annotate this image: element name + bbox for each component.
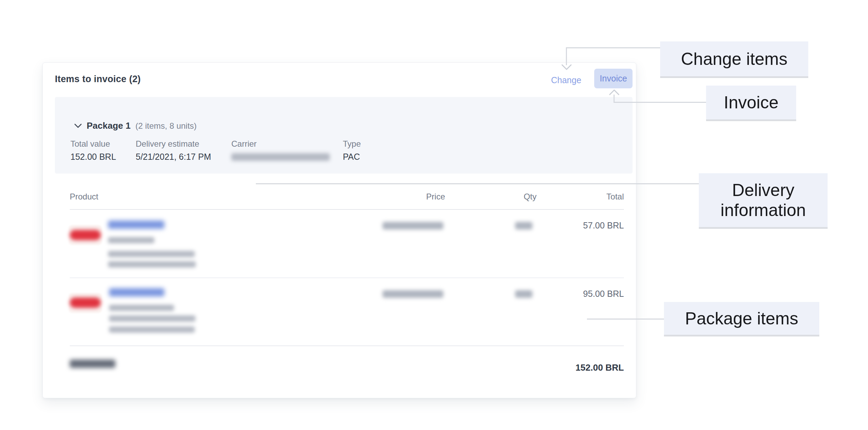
product-name-link-redacted[interactable] [109,288,164,296]
annotation-text: information [721,200,806,220]
product-detail-redacted [109,315,195,322]
row-divider [70,277,624,278]
package-summary: (2 items, 8 units) [135,121,196,131]
footer-total: 152.00 BRL [576,362,624,373]
annotation-change-items: Change items [660,41,808,78]
product-image-redacted [69,225,102,245]
product-detail-redacted [108,261,196,267]
package-connector-line [587,319,664,320]
field-label: Type [343,139,361,149]
column-header-product: Product [70,192,98,202]
chevron-down-icon [74,124,82,128]
arrow-up-icon [609,89,619,97]
annotation-text: Invoice [724,92,778,113]
field-carrier: Carrier [231,139,330,161]
price-redacted [383,290,443,298]
table-header-divider [70,209,624,210]
change-link[interactable]: Change [551,75,581,85]
field-value: PAC [343,152,361,162]
field-total-value: Total value 152.00 BRL [70,139,116,162]
annotation-text: Delivery [732,180,794,200]
field-type: Type PAC [343,139,361,162]
product-name-link-redacted[interactable] [108,221,164,229]
screenshot-canvas: Items to invoice (2) Change Invoice Pack… [0,0,868,430]
product-detail-redacted [108,251,195,257]
column-header-price: Price [426,192,445,202]
annotation-invoice: Invoice [706,86,796,121]
annotation-text: Package items [685,309,798,329]
field-value: 152.00 BRL [70,152,116,162]
card-title: Items to invoice (2) [55,74,141,85]
annotation-delivery-information: Delivery information [699,173,828,229]
annotation-package-items: Package items [664,302,819,336]
field-label: Total value [70,139,116,149]
invoice-button[interactable]: Invoice [594,69,633,88]
column-header-total: Total [606,192,624,202]
field-delivery-estimate: Delivery estimate 5/21/2021, 6:17 PM [136,139,211,162]
items-to-invoice-card: Items to invoice (2) Change Invoice Pack… [42,62,636,398]
arrow-down-icon [561,64,572,72]
delivery-connector-line [256,183,699,184]
carrier-value-redacted [231,153,330,161]
column-header-qty: Qty [524,192,537,202]
field-label: Carrier [231,139,330,149]
invoice-connector-line [614,102,706,103]
change-connector-line [566,47,660,48]
footer-divider [70,345,624,346]
annotation-text: Change items [681,49,788,69]
package-title: Package 1 [87,120,131,131]
row-total: 57.00 BRL [583,221,624,231]
product-image-redacted [69,293,102,313]
product-detail-redacted [108,237,154,243]
package-panel: Package 1 (2 items, 8 units) Total value… [55,97,633,174]
field-label: Delivery estimate [136,139,211,149]
product-detail-redacted [109,326,195,333]
package-collapse-header[interactable]: Package 1 (2 items, 8 units) [74,120,197,131]
qty-redacted [515,222,532,229]
qty-redacted [515,290,532,298]
footer-label-redacted [70,360,115,368]
product-detail-redacted [109,305,174,311]
price-redacted [383,222,443,229]
row-total: 95.00 BRL [583,289,624,299]
change-connector-line [566,47,567,65]
field-value: 5/21/2021, 6:17 PM [136,152,211,162]
